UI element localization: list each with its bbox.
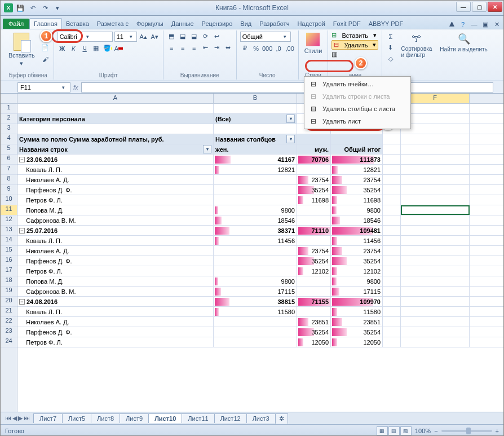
row-header[interactable]: 23	[1, 327, 17, 337]
increase-indent-icon[interactable]: ⇥	[212, 43, 222, 52]
font-color-icon[interactable]: A	[114, 43, 123, 53]
filter-button[interactable]: ▾	[286, 114, 295, 123]
undo-icon[interactable]: ↶	[28, 3, 38, 13]
align-bottom-icon[interactable]: ⬓	[189, 32, 199, 41]
sheet-tab[interactable]: Лист7	[33, 413, 63, 423]
decrease-decimal-icon[interactable]: ,00	[285, 43, 295, 53]
row-header[interactable]: 14	[1, 236, 17, 246]
row-header[interactable]: 16	[1, 256, 17, 266]
row-header[interactable]: 4	[1, 134, 17, 144]
tab-review[interactable]: Рецензиро	[198, 19, 237, 29]
grid[interactable]: Категория персонала(Все)▾Сумма по полю С…	[17, 104, 503, 412]
row-header[interactable]: 5	[1, 144, 17, 155]
percent-icon[interactable]: %	[251, 43, 261, 53]
delete-cells-item[interactable]: ⊟Удалить ячейки…	[306, 78, 409, 90]
tab-insert[interactable]: Вставка	[62, 19, 93, 29]
help-icon[interactable]: ?	[458, 20, 467, 29]
underline-button[interactable]: Ч	[80, 43, 90, 53]
col-header-A[interactable]: A	[17, 94, 214, 103]
sort-filter-button[interactable]: 🝖Сортировкаи фильтр	[399, 32, 434, 59]
chevron-down-icon[interactable]: ▾	[85, 34, 91, 39]
delete-cols-item[interactable]: ⊟Удалить столбцы с листа	[306, 103, 409, 115]
redo-icon[interactable]: ↷	[40, 3, 50, 13]
sheet-tab[interactable]: Лист9	[120, 413, 149, 423]
comma-icon[interactable]: 000	[263, 43, 272, 53]
name-box[interactable]: ▾	[17, 82, 70, 93]
decrease-font-icon[interactable]: A▾	[150, 32, 160, 42]
nav-next-icon[interactable]: ▶	[18, 415, 23, 422]
zoom-slider[interactable]	[441, 430, 492, 432]
collapse-icon[interactable]: −	[19, 157, 25, 162]
align-left-icon[interactable]: ≡	[167, 43, 176, 52]
autosum-icon[interactable]: Σ	[386, 32, 395, 41]
currency-icon[interactable]: ₽	[240, 43, 250, 53]
delete-cells-button[interactable]: ⊟ Удалить ▾	[331, 40, 378, 50]
row-header[interactable]: 1	[1, 104, 17, 114]
doc-minimize-icon[interactable]: —	[470, 20, 479, 29]
select-all-corner[interactable]	[1, 94, 17, 104]
zoom-out-icon[interactable]: −	[434, 428, 437, 434]
col-header-B[interactable]: B	[214, 94, 297, 103]
fx-icon[interactable]: fx	[70, 84, 81, 91]
collapse-icon[interactable]: −	[19, 228, 25, 234]
row-header[interactable]: 7	[1, 165, 17, 175]
sheet-tab[interactable]: Лист10	[148, 413, 182, 423]
increase-decimal-icon[interactable]: ,0	[274, 43, 284, 53]
ribbon-minimize-icon[interactable]: ⯅	[447, 20, 456, 29]
close-button[interactable]: ✕	[488, 2, 502, 12]
chevron-down-icon[interactable]: ▾	[373, 41, 376, 49]
chevron-down-icon[interactable]: ▾	[60, 85, 67, 90]
tab-foxit[interactable]: Foxit PDF	[329, 19, 365, 29]
row-header[interactable]: 18	[1, 276, 17, 287]
copy-icon[interactable]: 📄	[41, 43, 50, 52]
row-header[interactable]: 13	[1, 226, 17, 236]
sheet-tab[interactable]: Лист11	[182, 413, 214, 423]
insert-cells-button[interactable]: ⊞ Вставить ▾	[331, 32, 377, 39]
fill-color-icon[interactable]: 🪣	[103, 43, 112, 53]
chevron-down-icon[interactable]: ▾	[128, 34, 135, 39]
tab-home[interactable]: Главная	[29, 18, 62, 29]
doc-restore-icon[interactable]: ▣	[481, 20, 490, 29]
row-header[interactable]: 12	[1, 215, 17, 226]
font-size-field[interactable]: ▾	[114, 32, 137, 42]
save-icon[interactable]: 💾	[15, 3, 25, 13]
merge-icon[interactable]: ⬌	[223, 43, 233, 52]
row-header[interactable]: 15	[1, 246, 17, 256]
tab-addins[interactable]: Надстрой	[293, 19, 329, 29]
row-header[interactable]: 20	[1, 297, 17, 307]
number-format-field[interactable]: ▾	[240, 32, 291, 42]
styles-button[interactable]: Стили	[302, 32, 325, 55]
tab-abbyy[interactable]: ABBYY PDF	[365, 19, 408, 29]
row-header[interactable]: 6	[1, 155, 17, 165]
row-header[interactable]: 2	[1, 114, 17, 124]
row-header[interactable]: 21	[1, 307, 17, 317]
chevron-down-icon[interactable]: ▾	[282, 34, 289, 39]
new-sheet-button[interactable]: ✲	[275, 413, 288, 424]
decrease-indent-icon[interactable]: ⇤	[201, 43, 210, 52]
chevron-down-icon[interactable]: ▾	[373, 32, 377, 39]
wrap-text-icon[interactable]: ↩	[212, 32, 222, 41]
collapse-icon[interactable]: −	[19, 299, 25, 305]
qat-more-icon[interactable]: ▾	[52, 3, 63, 13]
tab-data[interactable]: Данные	[167, 19, 198, 29]
increase-font-icon[interactable]: A▴	[139, 32, 148, 42]
orientation-icon[interactable]: ⟳	[201, 32, 210, 41]
sheet-tab[interactable]: Лист8	[91, 413, 120, 423]
filter-button[interactable]: ▾	[203, 145, 211, 153]
tab-file[interactable]: Файл	[3, 19, 29, 29]
maximize-button[interactable]: ▢	[472, 2, 487, 12]
nav-last-icon[interactable]: ⏭	[24, 415, 30, 422]
sheet-tab[interactable]: Лист3	[246, 413, 276, 423]
active-cell[interactable]	[401, 205, 470, 215]
row-header[interactable]: 17	[1, 266, 17, 276]
doc-close-icon[interactable]: ✕	[492, 20, 501, 29]
nav-prev-icon[interactable]: ◀	[12, 415, 17, 422]
zoom-in-icon[interactable]: +	[496, 428, 499, 434]
format-cells-button[interactable]: ▥	[331, 51, 337, 58]
delete-sheet-item[interactable]: ⊟Удалить лист	[306, 115, 409, 127]
align-top-icon[interactable]: ⬒	[167, 32, 176, 41]
paste-button[interactable]: Вставить ▾	[6, 32, 37, 68]
align-middle-icon[interactable]: ⬓	[178, 32, 188, 41]
nav-first-icon[interactable]: ⏮	[5, 415, 11, 422]
tab-view[interactable]: Вид	[236, 19, 255, 29]
